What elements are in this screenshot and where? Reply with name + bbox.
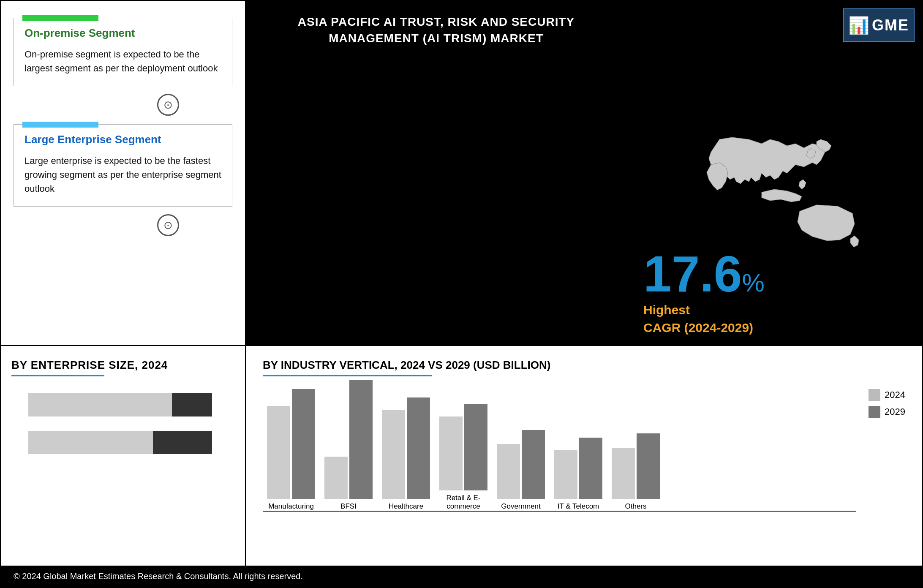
enterprise-bar-1-dark <box>172 393 212 416</box>
arrow-icon-1: ⊙ <box>157 94 179 116</box>
bar-group-government-bars <box>497 430 545 499</box>
bfsi-bar-2029 <box>349 380 373 499</box>
bar-group-others: Others <box>612 433 660 511</box>
enterprise-bar-2 <box>28 431 214 454</box>
arrow-row-1: ⊙ <box>1 86 245 120</box>
chart-bars: Manufacturing BFSI <box>263 385 856 512</box>
enterprise-size-underline <box>11 375 104 376</box>
bar-group-healthcare: Healthcare <box>382 397 430 511</box>
cagr-percent: % <box>742 270 765 296</box>
manufacturing-bar-2024 <box>267 406 290 499</box>
on-premise-bar <box>22 15 98 21</box>
retail-label: Retail & E-commerce <box>440 494 487 511</box>
healthcare-bar-2024 <box>382 410 405 499</box>
bar-group-retail: Retail & E-commerce <box>439 404 487 511</box>
it-telecom-bar-2024 <box>554 450 577 499</box>
bar-group-healthcare-bars <box>382 397 430 499</box>
others-bar-2024 <box>612 448 635 499</box>
retail-bar-2029 <box>464 404 487 490</box>
asia-pacific-map <box>686 131 863 249</box>
main-container: On-premise Segment On-premise segment is… <box>0 0 923 588</box>
manufacturing-label: Manufacturing <box>268 502 314 511</box>
bottom-section: BY ENTERPRISE SIZE, 2024 <box>1 346 922 566</box>
retail-bar-2024 <box>439 416 463 490</box>
legend-2029-label: 2029 <box>885 406 905 417</box>
government-bar-2029 <box>522 430 545 499</box>
chart-legend: 2024 2029 <box>869 385 905 512</box>
arrow-icon-2: ⊙ <box>157 214 179 236</box>
industry-vertical-title: BY INDUSTRY VERTICAL, 2024 VS 2029 (USD … <box>263 359 905 372</box>
government-label: Government <box>501 502 541 511</box>
others-bar-2029 <box>637 433 660 499</box>
bar-group-manufacturing-bars <box>267 389 315 499</box>
industry-vertical-underline <box>263 375 432 376</box>
on-premise-text: On-premise segment is expected to be the… <box>25 47 221 75</box>
on-premise-card: On-premise Segment On-premise segment is… <box>14 18 232 86</box>
large-enterprise-text: Large enterprise is expected to be the f… <box>25 154 221 196</box>
bfsi-bar-2024 <box>324 457 348 499</box>
bar-group-it-telecom-bars <box>554 438 602 499</box>
healthcare-label: Healthcare <box>389 502 423 511</box>
legend-2024-label: 2024 <box>885 389 905 400</box>
enterprise-bar-2-light <box>28 431 153 454</box>
map-area: 17.6 % Highest CAGR (2024-2029) <box>639 43 909 337</box>
logo-area: 📊 GME <box>843 8 915 42</box>
right-panel: 📊 GME <box>626 1 922 345</box>
bar-group-retail-bars <box>439 404 487 490</box>
bar-group-government: Government <box>497 430 545 511</box>
footer-text: © 2024 Global Market Estimates Research … <box>14 572 303 581</box>
main-title: ASIA PACIFIC AI TRUST, RISK AND SECURITY… <box>298 14 575 46</box>
healthcare-bar-2029 <box>407 397 430 499</box>
cagr-label: Highest CAGR (2024-2029) <box>643 301 765 337</box>
bar-group-others-bars <box>612 433 660 499</box>
it-telecom-bar-2029 <box>579 438 602 499</box>
industry-vertical-section: BY INDUSTRY VERTICAL, 2024 VS 2029 (USD … <box>246 346 922 566</box>
bar-group-manufacturing: Manufacturing <box>267 389 315 511</box>
government-bar-2024 <box>497 444 520 499</box>
large-enterprise-title: Large Enterprise Segment <box>25 133 221 146</box>
enterprise-bars <box>11 393 234 454</box>
it-telecom-label: IT & Telecom <box>558 502 599 511</box>
manufacturing-bar-2029 <box>292 389 315 499</box>
large-enterprise-bar <box>22 122 98 128</box>
large-enterprise-card: Large Enterprise Segment Large enterpris… <box>14 124 232 207</box>
chart-with-legend: Manufacturing BFSI <box>263 385 905 512</box>
arrow-row-2: ⊙ <box>1 207 245 240</box>
legend-2024-box <box>869 389 880 401</box>
enterprise-bar-2-dark <box>153 431 212 454</box>
legend-2029: 2029 <box>869 406 905 418</box>
enterprise-bar-row-1 <box>28 393 234 416</box>
left-panel: On-premise Segment On-premise segment is… <box>1 1 246 345</box>
bar-group-it-telecom: IT & Telecom <box>554 438 602 511</box>
others-label: Others <box>625 502 646 511</box>
top-section: On-premise Segment On-premise segment is… <box>1 1 922 346</box>
legend-2029-box <box>869 406 880 418</box>
footer: © 2024 Global Market Estimates Research … <box>1 566 922 587</box>
enterprise-size-title: BY ENTERPRISE SIZE, 2024 <box>11 359 234 372</box>
enterprise-bar-1 <box>28 393 214 416</box>
on-premise-title: On-premise Segment <box>25 27 221 40</box>
legend-2024: 2024 <box>869 389 905 401</box>
cagr-value: 17.6 <box>643 248 742 299</box>
center-panel: ASIA PACIFIC AI TRUST, RISK AND SECURITY… <box>246 1 626 345</box>
enterprise-size-section: BY ENTERPRISE SIZE, 2024 <box>1 346 246 566</box>
cagr-area: 17.6 % Highest CAGR (2024-2029) <box>643 248 765 337</box>
bar-group-bfsi: BFSI <box>324 380 373 511</box>
logo-icon: 📊 <box>848 16 869 35</box>
enterprise-bar-row-2 <box>28 431 234 454</box>
bfsi-label: BFSI <box>340 502 357 511</box>
logo-text: GME <box>872 16 909 34</box>
bar-group-bfsi-bars <box>324 380 373 499</box>
enterprise-bar-1-light <box>28 393 172 416</box>
